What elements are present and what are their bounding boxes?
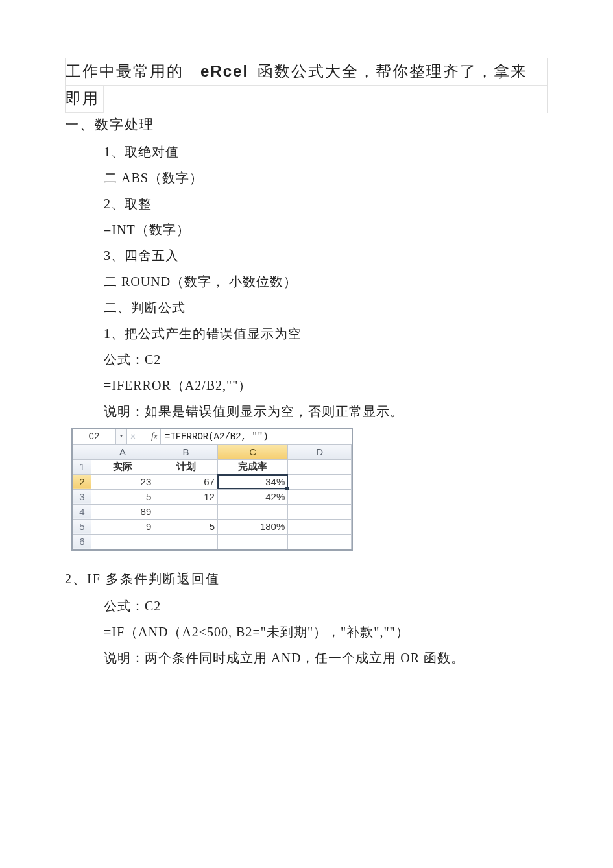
table-row: 4 89 [73, 504, 352, 519]
cell[interactable] [288, 489, 352, 504]
body-line: 公式：C2 [104, 593, 548, 619]
title-line-1: 工作中最常用的 eRcel 函数公式大全，帮你整理齐了，拿来 [66, 58, 547, 86]
table-row: 6 [73, 534, 352, 549]
body-line: 1、把公式产生的错误值显示为空 [104, 320, 548, 346]
cell[interactable]: 5 [91, 489, 154, 504]
cell[interactable]: 完成率 [217, 459, 287, 474]
select-all-corner[interactable] [73, 444, 91, 459]
table-row: 5 9 5 180% [73, 519, 352, 534]
cell[interactable]: 9 [91, 519, 154, 534]
title-line-2: 即用 [66, 86, 104, 113]
section1-heading: 一、数字处理 [65, 115, 548, 134]
name-box[interactable]: C2 [73, 429, 116, 444]
cell[interactable] [288, 474, 352, 489]
formula-input[interactable]: =IFERROR(A2/B2, "") [161, 429, 352, 444]
row-header-3[interactable]: 3 [73, 489, 91, 504]
cell[interactable] [288, 519, 352, 534]
body-line: =IF（AND（A2<500, B2="未到期"），"补款",""） [104, 619, 548, 645]
row-header-4[interactable]: 4 [73, 504, 91, 519]
cell[interactable]: 23 [91, 474, 154, 489]
table-row: 3 5 12 42% [73, 489, 352, 504]
section2: 2、IF 多条件判断返回值 公式：C2 =IF（AND（A2<500, B2="… [65, 570, 548, 671]
row-header-6[interactable]: 6 [73, 534, 91, 549]
col-header-A[interactable]: A [91, 444, 154, 459]
body-line: 2、取整 [104, 191, 548, 217]
selected-cell[interactable]: 34% [217, 474, 287, 489]
cell[interactable]: 12 [154, 489, 218, 504]
table-row: 2 23 67 34% [73, 474, 352, 489]
cell[interactable] [217, 504, 287, 519]
column-header-row: A B C D [73, 444, 352, 459]
cell[interactable]: 5 [154, 519, 218, 534]
body-line: 二 ROUND（数字， 小数位数） [104, 269, 548, 295]
title-segment-2: 函数公式大全，帮你整理齐了，拿来 [258, 58, 527, 85]
cell[interactable]: 计划 [154, 459, 218, 474]
body-line: 二、判断公式 [104, 295, 548, 320]
document-page: 工作中最常用的 eRcel 函数公式大全，帮你整理齐了，拿来 即用 一、数字处理… [0, 0, 613, 703]
body-line: 说明：两个条件同时成立用 AND，任一个成立用 OR 函数。 [104, 645, 548, 671]
cell[interactable]: 89 [91, 504, 154, 519]
col-header-B[interactable]: B [154, 444, 218, 459]
body-line: 1、取绝对值 [104, 139, 548, 165]
col-header-C[interactable]: C [217, 444, 287, 459]
cell[interactable]: 180% [217, 519, 287, 534]
cell[interactable] [288, 534, 352, 549]
row-header-2[interactable]: 2 [73, 474, 91, 489]
spreadsheet-grid[interactable]: A B C D 1 实际 计划 完成率 2 23 67 34% 3 5 [73, 444, 352, 549]
formula-bar: C2 ▾ ✕ fx =IFERROR(A2/B2, "") [73, 429, 352, 444]
body-line: =INT（数字） [104, 217, 548, 243]
row-header-1[interactable]: 1 [73, 459, 91, 474]
title-segment-1: 工作中最常用的 [66, 58, 184, 85]
body-line: 3、四舍五入 [104, 243, 548, 269]
cell[interactable] [91, 534, 154, 549]
cell[interactable] [217, 534, 287, 549]
name-box-dropdown-icon[interactable]: ▾ [116, 429, 127, 444]
fx-label-icon[interactable]: fx [139, 429, 161, 444]
section1-body: 1、取绝对值 二 ABS（数字） 2、取整 =INT（数字） 3、四舍五入 二 … [104, 139, 548, 424]
cell[interactable]: 67 [154, 474, 218, 489]
section2-body: 公式：C2 =IF（AND（A2<500, B2="未到期"），"补款",""）… [104, 593, 548, 671]
cell[interactable] [154, 534, 218, 549]
col-header-D[interactable]: D [288, 444, 352, 459]
body-line: =IFERROR（A2/B2,""） [104, 372, 548, 398]
body-line: 二 ABS（数字） [104, 165, 548, 191]
body-line: 说明：如果是错误值则显示为空，否则正常显示。 [104, 398, 548, 424]
row-header-5[interactable]: 5 [73, 519, 91, 534]
table-row: 1 实际 计划 完成率 [73, 459, 352, 474]
cell[interactable]: 42% [217, 489, 287, 504]
cell[interactable] [288, 504, 352, 519]
section2-heading: 2、IF 多条件判断返回值 [65, 570, 548, 588]
document-title: 工作中最常用的 eRcel 函数公式大全，帮你整理齐了，拿来 即用 [65, 58, 548, 113]
formula-cancel-icon[interactable]: ✕ [127, 429, 139, 444]
title-segment-eRcel: eRcel [200, 58, 248, 85]
body-line: 公式：C2 [104, 346, 548, 372]
cell[interactable] [154, 504, 218, 519]
cell[interactable] [288, 459, 352, 474]
cell[interactable]: 实际 [91, 459, 154, 474]
excel-screenshot: C2 ▾ ✕ fx =IFERROR(A2/B2, "") A B C D [71, 428, 353, 551]
